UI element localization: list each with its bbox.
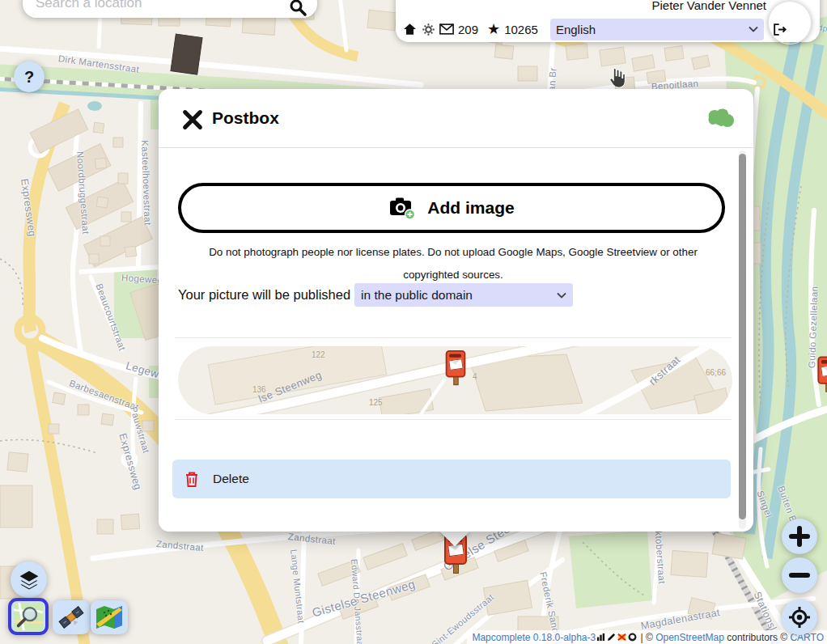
chevron-down-icon	[749, 26, 758, 32]
hand-cursor-icon	[604, 66, 626, 89]
osm-carto-style-icon	[13, 602, 44, 631]
postbox-dialog: Postbox Add image Do not photograph peop…	[159, 89, 753, 532]
search-icon[interactable]	[288, 0, 307, 17]
mastodon-icon[interactable]	[628, 633, 637, 642]
attribution-bar: Mapcomplete 0.18.0-alpha-3 | © OpenStree…	[467, 630, 827, 644]
zoom-out-button[interactable]	[782, 557, 817, 593]
osm-link[interactable]: OpenStreetMap	[655, 632, 724, 643]
mapcomplete-version-link[interactable]: Mapcomplete 0.18.0-alpha-3	[472, 632, 596, 643]
search-bar[interactable]	[23, 0, 317, 18]
chevron-down-icon	[557, 292, 566, 299]
map-style-satellite-button[interactable]	[53, 600, 90, 634]
house-number-label: 136	[252, 385, 266, 394]
plus-icon	[789, 526, 810, 547]
house-number-label: 125	[369, 398, 383, 407]
dialog-scrollbar[interactable]	[739, 150, 746, 529]
language-selected: English	[556, 23, 596, 36]
map-style-osm-button-selected[interactable]	[8, 598, 49, 635]
satellite-style-icon	[57, 604, 86, 631]
zoom-in-button[interactable]	[782, 519, 817, 554]
stars-count[interactable]: 10265	[504, 23, 538, 36]
osm-community-icon[interactable]	[617, 633, 626, 642]
image-upload-hint: Do not photograph people nor license pla…	[184, 241, 722, 286]
messages-count[interactable]: 209	[458, 23, 478, 36]
scrollbar-thumb[interactable]	[739, 154, 746, 519]
language-select[interactable]: English	[550, 19, 764, 40]
delete-label: Delete	[213, 472, 249, 486]
avatar[interactable]	[768, 1, 812, 44]
postbox-marker-edge[interactable]	[817, 357, 827, 393]
stats-icon[interactable]	[596, 633, 605, 642]
map-style-map-button[interactable]	[91, 600, 128, 634]
add-image-button[interactable]: Add image	[178, 183, 725, 233]
camera-plus-icon	[388, 196, 416, 220]
attribution-separator: | ©	[638, 632, 655, 643]
geolocate-crosshair-icon	[788, 606, 811, 629]
layers-icon	[18, 569, 40, 591]
theme-logo-icon	[706, 106, 736, 135]
minimap-postbox-marker[interactable]	[445, 350, 466, 386]
user-name: Pieter Vander Vennet	[652, 0, 767, 12]
attribution-contributors: contributors ©	[724, 632, 791, 643]
close-icon[interactable]	[181, 108, 204, 131]
pencil-icon[interactable]	[607, 633, 616, 642]
search-input[interactable]	[34, 0, 288, 12]
dialog-minimap[interactable]: lse Steenwegrkstraat122136125466;66	[178, 346, 732, 414]
license-select[interactable]: in the public domain	[354, 283, 573, 307]
house-number-label: 4	[473, 372, 477, 381]
marker-envelope-icon	[447, 544, 464, 557]
minus-icon	[789, 565, 810, 586]
house-number-label: 66;66	[706, 368, 726, 377]
street-label: lse Steenweg	[257, 369, 323, 405]
divider	[175, 419, 732, 420]
gear-icon[interactable]	[422, 23, 435, 36]
messages-envelope-icon[interactable]	[439, 23, 454, 35]
street-label: rkstraat	[647, 354, 683, 388]
delete-button[interactable]: Delete	[172, 460, 731, 498]
trash-icon	[184, 471, 199, 488]
help-button[interactable]: ?	[14, 61, 45, 92]
user-panel: Pieter Vander Vennet 209 ★ 10265 English	[396, 0, 820, 42]
home-icon[interactable]	[402, 22, 418, 36]
license-prefix-label: Your picture will be published	[178, 287, 350, 303]
divider	[159, 147, 753, 148]
geolocate-button[interactable]	[782, 600, 817, 635]
help-icon: ?	[24, 68, 34, 87]
house-number-label: 122	[312, 350, 325, 359]
license-selected: in the public domain	[361, 288, 473, 303]
divider	[175, 337, 732, 338]
layers-button[interactable]	[11, 561, 47, 598]
add-image-label: Add image	[427, 198, 514, 218]
dialog-title: Postbox	[212, 108, 279, 128]
star-icon: ★	[487, 20, 500, 38]
map-style-icon	[95, 604, 124, 630]
